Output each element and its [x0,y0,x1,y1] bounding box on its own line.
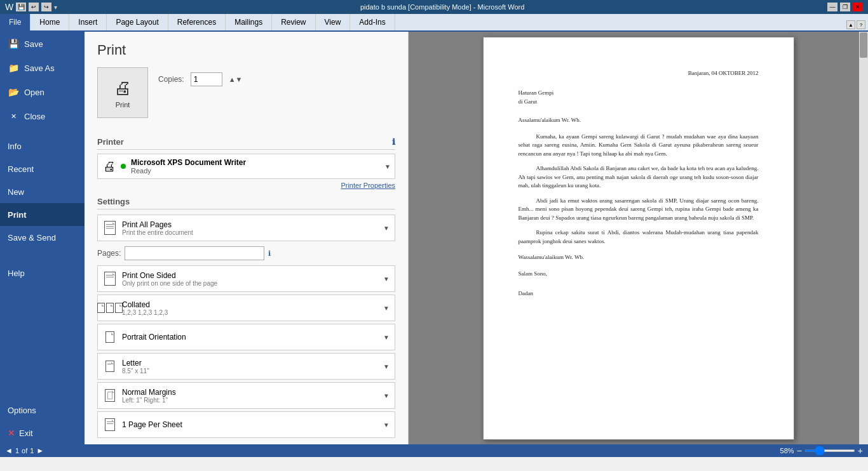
settings-section: Print All Pages Print the entire documen… [97,215,395,438]
quick-access-bar: W 💾 ↩ ↪ ▾ [5,2,57,12]
zoom-slider[interactable] [804,449,855,452]
window-controls: — ❐ ✕ [827,3,863,11]
zoom-out-btn[interactable]: − [797,446,802,456]
setting6-main: Normal Margins [122,388,378,397]
sidebar-item-help[interactable]: Help [0,262,85,284]
setting-orientation[interactable]: Portrait Orientation ▼ [97,324,395,350]
printer-properties-link[interactable]: Printer Properties [97,182,395,189]
pages-row: Pages: ℹ [97,244,395,263]
page-of: of [22,447,27,454]
setting-pages-per-sheet[interactable]: 1 Page Per Sheet ▼ [97,411,395,438]
print-button[interactable]: 🖨 Print [97,67,148,118]
setting-paper-size[interactable]: Letter 8.5" x 11" ▼ [97,353,395,380]
page-total: 1 [30,447,34,454]
setting-pages-range[interactable]: Print All Pages Print the entire documen… [97,215,395,241]
undo-btn[interactable]: ↩ [29,3,39,11]
setting7-main: 1 Page Per Sheet [122,420,378,429]
tab-view[interactable]: View [316,14,351,30]
setting3-main: Collated [122,300,378,309]
sidebar-item-open[interactable]: 📂 Open [0,80,85,104]
tab-review[interactable]: Review [272,14,315,30]
setting2-sub: Only print on one side of the page [122,280,378,287]
tab-references[interactable]: References [168,14,226,30]
margins-icon [103,388,117,402]
pages-info-icon[interactable]: ℹ [268,249,271,258]
sidebar-item-close[interactable]: ✕ Close [0,104,85,128]
copies-spinner[interactable]: ▲▼ [229,76,243,83]
doc-salam: Salam Sono, [519,270,759,279]
ribbon-tab-bar: File Home Insert Page Layout References … [0,14,868,32]
open-icon: 📂 [8,86,19,98]
redo-btn[interactable]: ↪ [41,3,51,11]
window-title: pidato b sunda [Compatibility Mode] - Mi… [57,3,827,11]
preview-scrollbar[interactable] [859,32,868,444]
sidebar-item-savesend[interactable]: Save & Send [0,226,85,249]
saveas-icon: 📁 [8,62,19,74]
minimize-btn[interactable]: — [827,3,837,11]
page-setup-link[interactable]: Page Setup [97,443,395,444]
printer-dropdown-arrow: ▼ [384,163,391,170]
sidebar-item-saveas[interactable]: 📁 Save As [0,56,85,80]
setting-paper-text: Letter 8.5" x 11" [122,359,378,375]
tab-insert[interactable]: Insert [69,14,107,30]
setting-margins[interactable]: Normal Margins Left: 1" Right: 1" ▼ [97,382,395,409]
save-quick-btn[interactable]: 💾 [16,3,26,11]
one-sided-icon [103,272,117,286]
tab-mailings[interactable]: Mailings [226,14,272,30]
pages-per-sheet-icon [103,418,117,432]
printer-section-title: Printer ℹ [97,137,395,150]
setting1-sub: Print the entire document [122,229,378,236]
setting5-sub: 8.5" x 11" [122,368,378,375]
tab-home[interactable]: Home [31,14,69,30]
sidebar-item-options[interactable]: Options [0,399,85,421]
doc-sender: Dadan [519,289,759,298]
printer-info-icon[interactable]: ℹ [392,137,395,147]
doc-place: di Garut [519,98,759,107]
word-icon: W [5,2,13,12]
help-btn[interactable]: ? [857,20,865,29]
sidebar: 💾 Save 📁 Save As 📂 Open ✕ Close Info Rec… [0,32,85,444]
pages-input[interactable] [125,246,264,260]
sidebar-item-print[interactable]: Print [0,203,85,226]
scrollbar-thumb[interactable] [860,32,867,58]
tab-addins[interactable]: Add-Ins [350,14,395,30]
doc-salutation: Assalamu'alaikum Wr. Wb. [519,116,759,125]
zoom-in-btn[interactable]: + [858,446,863,456]
ribbon-collapse-btn[interactable]: ▲ [846,20,855,29]
tab-pagelayout[interactable]: Page Layout [107,14,168,30]
setting-one-sided-text: Print One Sided Only print on one side o… [122,271,378,287]
printer-status: Ready [131,167,246,175]
setting-collated[interactable]: Collated 1,2,3 1,2,3 1,2,3 ▼ [97,295,395,321]
setting-pages-text: Print All Pages Print the entire documen… [122,220,378,236]
copies-section: Copies: ▲▼ [158,67,242,95]
setting-margins-text: Normal Margins Left: 1" Right: 1" [122,388,378,404]
sidebar-item-recent[interactable]: Recent [0,157,85,180]
printer-info: Microsoft XPS Document Writer Ready [131,158,246,175]
sidebar-item-save[interactable]: 💾 Save [0,32,85,56]
prev-page-btn[interactable]: ◄ [5,446,13,455]
printer-name: Microsoft XPS Document Writer [131,158,246,167]
setting2-arrow: ▼ [383,275,390,282]
setting7-arrow: ▼ [383,421,390,428]
sidebar-item-new[interactable]: New [0,180,85,203]
page-current: 1 [15,447,19,454]
save-icon: 💾 [8,38,19,50]
printer-icon: 🖨 [114,77,132,98]
zoom-area: 58% − + [780,446,863,456]
printer-status-dot [121,164,126,169]
setting-one-sided[interactable]: Print One Sided Only print on one side o… [97,265,395,292]
sidebar-item-info[interactable]: Info [0,135,85,157]
tab-file[interactable]: File [0,14,31,30]
title-bar: W 💾 ↩ ↪ ▾ pidato b sunda [Compatibility … [0,0,868,14]
sidebar-item-exit[interactable]: ✕ Exit [0,421,85,444]
close-btn[interactable]: ✕ [853,3,863,11]
collated-icon [103,301,117,315]
document-text: Banjaran, 04 OKTOBER 2012 Haturan Gempi … [519,69,759,298]
copies-input[interactable] [191,72,222,86]
copies-label: Copies: [158,75,184,84]
doc-wassalam: Wassalamu'alaikum Wr. Wb. [519,253,759,262]
next-page-btn[interactable]: ► [36,446,44,455]
restore-btn[interactable]: ❐ [840,3,850,11]
setting1-main: Print All Pages [122,220,378,229]
printer-selector[interactable]: 🖨 Microsoft XPS Document Writer Ready ▼ [97,154,395,179]
